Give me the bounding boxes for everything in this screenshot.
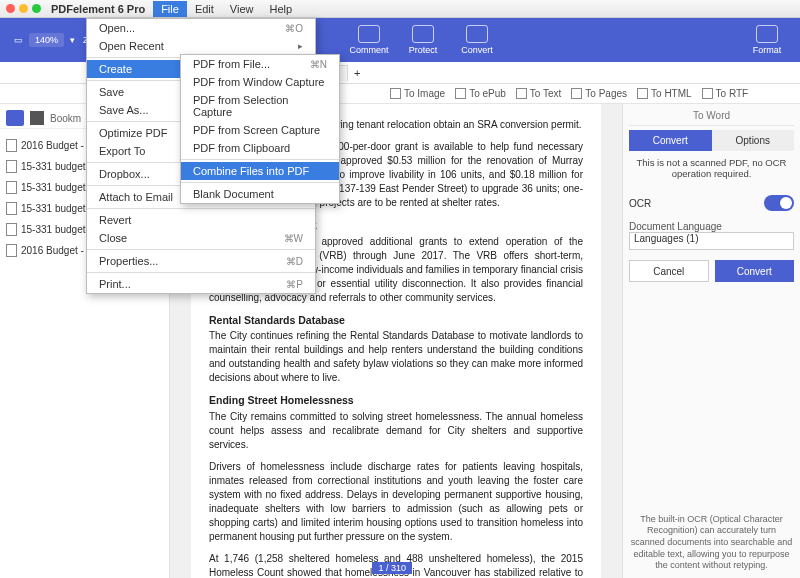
text-icon bbox=[516, 88, 527, 99]
menubar: PDFelement 6 Pro File Edit View Help bbox=[0, 0, 800, 18]
menu-properties[interactable]: Properties...⌘D bbox=[87, 252, 315, 270]
menu-view[interactable]: View bbox=[222, 1, 262, 17]
toolbar-convert[interactable]: Convert bbox=[450, 25, 504, 55]
submenu-pdf-from-window[interactable]: PDF from Window Capture bbox=[181, 73, 339, 91]
sidebar-title: Bookm bbox=[50, 113, 81, 124]
minimize-window-icon[interactable] bbox=[19, 4, 28, 13]
chevron-down-icon[interactable]: ▾ bbox=[70, 35, 75, 45]
window-controls[interactable] bbox=[6, 4, 41, 13]
page-indicator[interactable]: 1 / 310 bbox=[372, 562, 412, 574]
document-icon bbox=[6, 244, 17, 257]
document-icon bbox=[6, 139, 17, 152]
create-submenu: PDF from File...⌘N PDF from Window Captu… bbox=[180, 54, 340, 204]
submenu-pdf-from-screen[interactable]: PDF from Screen Capture bbox=[181, 121, 339, 139]
zoom-value[interactable]: 140% bbox=[29, 33, 64, 47]
submenu-blank-document[interactable]: Blank Document bbox=[181, 185, 339, 203]
submenu-pdf-from-selection[interactable]: PDF from Selection Capture bbox=[181, 91, 339, 121]
close-window-icon[interactable] bbox=[6, 4, 15, 13]
convert-icon bbox=[466, 25, 488, 43]
toolbar-format[interactable]: Format bbox=[740, 25, 794, 55]
app-title: PDFelement 6 Pro bbox=[51, 3, 145, 15]
html-icon bbox=[637, 88, 648, 99]
rtf-icon bbox=[702, 88, 713, 99]
submenu-pdf-from-clipboard[interactable]: PDF from Clipboard bbox=[181, 139, 339, 157]
menu-revert[interactable]: Revert bbox=[87, 211, 315, 229]
zoom-control[interactable]: ▭ 140% ▾ bbox=[14, 33, 75, 47]
panel-title: To Word bbox=[629, 110, 794, 126]
document-icon bbox=[6, 160, 17, 173]
language-select[interactable]: Languages (1) bbox=[629, 232, 794, 250]
pages-icon bbox=[571, 88, 582, 99]
protect-icon bbox=[412, 25, 434, 43]
submenu-pdf-from-file[interactable]: PDF from File...⌘N bbox=[181, 55, 339, 73]
cancel-button[interactable]: Cancel bbox=[629, 260, 709, 282]
bookmark-icon[interactable] bbox=[30, 111, 44, 125]
tab-options[interactable]: Options bbox=[712, 130, 795, 151]
menu-open[interactable]: Open...⌘O bbox=[87, 19, 315, 37]
comment-icon bbox=[358, 25, 380, 43]
submenu-combine-files[interactable]: Combine Files into PDF bbox=[181, 162, 339, 180]
convert-panel: To Word Convert Options This is not a sc… bbox=[622, 104, 800, 578]
zoom-in-icon[interactable]: ▭ bbox=[14, 35, 23, 45]
heading: Ending Street Homelessness bbox=[209, 393, 583, 408]
menu-print[interactable]: Print...⌘P bbox=[87, 275, 315, 293]
body-text: The City remains committed to solving st… bbox=[209, 410, 583, 452]
to-epub-button[interactable]: To ePub bbox=[455, 88, 506, 99]
epub-icon bbox=[455, 88, 466, 99]
toolbar-protect[interactable]: Protect bbox=[396, 25, 450, 55]
sidebar-toggle-button[interactable] bbox=[6, 110, 24, 126]
doclang-label: Document Language bbox=[629, 221, 794, 232]
ocr-footer-note: The built-in OCR (Optical Character Reco… bbox=[629, 514, 794, 572]
menu-edit[interactable]: Edit bbox=[187, 1, 222, 17]
to-text-button[interactable]: To Text bbox=[516, 88, 562, 99]
ocr-toggle[interactable] bbox=[764, 195, 794, 211]
tab-convert[interactable]: Convert bbox=[629, 130, 712, 151]
to-rtf-button[interactable]: To RTF bbox=[702, 88, 749, 99]
menu-help[interactable]: Help bbox=[262, 1, 301, 17]
toolbar-comment[interactable]: Comment bbox=[342, 25, 396, 55]
body-text: Drivers of homelessness include discharg… bbox=[209, 460, 583, 544]
add-tab-button[interactable]: + bbox=[350, 67, 364, 79]
format-icon bbox=[756, 25, 778, 43]
document-icon bbox=[6, 223, 17, 236]
to-pages-button[interactable]: To Pages bbox=[571, 88, 627, 99]
menu-close[interactable]: Close⌘W bbox=[87, 229, 315, 247]
document-icon bbox=[6, 181, 17, 194]
document-icon bbox=[6, 202, 17, 215]
image-icon bbox=[390, 88, 401, 99]
menu-file[interactable]: File bbox=[153, 1, 187, 17]
body-text: The City continues refining the Rental S… bbox=[209, 329, 583, 385]
scan-note: This is not a scanned PDF, no OCR operat… bbox=[629, 157, 794, 179]
heading: Rental Standards Database bbox=[209, 313, 583, 328]
to-html-button[interactable]: To HTML bbox=[637, 88, 692, 99]
ocr-label: OCR bbox=[629, 198, 651, 209]
zoom-window-icon[interactable] bbox=[32, 4, 41, 13]
to-image-button[interactable]: To Image bbox=[390, 88, 445, 99]
menu-open-recent[interactable]: Open Recent bbox=[87, 37, 315, 55]
convert-button[interactable]: Convert bbox=[715, 260, 795, 282]
